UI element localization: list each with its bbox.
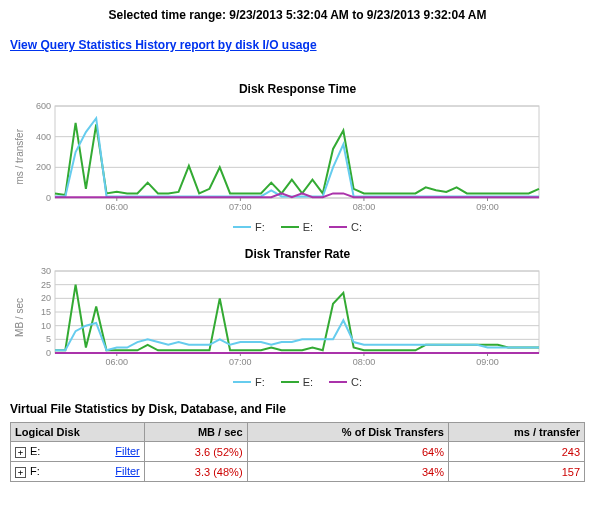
disk-name: E: [30,445,40,457]
expand-icon[interactable]: + [15,467,26,478]
svg-rect-0 [55,106,539,198]
legend-item: F: [233,376,265,388]
svg-text:08:00: 08:00 [353,202,376,212]
svg-text:10: 10 [41,321,51,331]
history-report-link[interactable]: View Query Statistics History report by … [10,38,317,52]
cell-ms: 243 [448,442,584,462]
svg-text:600: 600 [36,102,51,111]
chart-title: Disk Response Time [10,82,585,96]
svg-text:0: 0 [46,193,51,203]
svg-text:07:00: 07:00 [229,357,252,367]
svg-text:06:00: 06:00 [106,202,129,212]
svg-text:5: 5 [46,334,51,344]
file-stats-table: Logical Disk MB / sec % of Disk Transfer… [10,422,585,482]
chart-legend: F:E:C: [10,373,585,388]
legend-item: E: [281,376,313,388]
svg-text:20: 20 [41,293,51,303]
cell-mb: 3.6 (52%) [144,442,247,462]
disk-name: F: [30,465,40,477]
svg-text:06:00: 06:00 [106,357,129,367]
y-axis-label: MB / sec [10,298,25,337]
cell-mb: 3.3 (48%) [144,462,247,482]
legend-item: C: [329,221,362,233]
col-mb-sec: MB / sec [144,423,247,442]
chart-legend: F:E:C: [10,218,585,233]
svg-text:07:00: 07:00 [229,202,252,212]
table-row: +E:Filter3.6 (52%)64%243 [11,442,585,462]
expand-icon[interactable]: + [15,447,26,458]
table-section-title: Virtual File Statistics by Disk, Databas… [10,402,585,416]
chart-svg: 020040060006:0007:0008:0009:00 [25,102,545,212]
cell-pct: 34% [247,462,448,482]
chart-1: Disk Transfer RateMB / sec05101520253006… [10,247,585,388]
chart-0: Disk Response Timems / transfer020040060… [10,82,585,233]
table-row: +F:Filter3.3 (48%)34%157 [11,462,585,482]
legend-item: F: [233,221,265,233]
svg-text:30: 30 [41,267,51,276]
legend-item: E: [281,221,313,233]
svg-text:25: 25 [41,280,51,290]
time-range-header: Selected time range: 9/23/2013 5:32:04 A… [10,8,585,22]
svg-text:08:00: 08:00 [353,357,376,367]
svg-text:09:00: 09:00 [476,202,499,212]
svg-text:0: 0 [46,348,51,358]
cell-ms: 157 [448,462,584,482]
svg-text:400: 400 [36,132,51,142]
filter-link[interactable]: Filter [115,445,139,457]
cell-pct: 64% [247,442,448,462]
legend-item: C: [329,376,362,388]
filter-link[interactable]: Filter [115,465,139,477]
svg-text:200: 200 [36,162,51,172]
svg-text:09:00: 09:00 [476,357,499,367]
svg-text:15: 15 [41,307,51,317]
chart-svg: 05101520253006:0007:0008:0009:00 [25,267,545,367]
chart-title: Disk Transfer Rate [10,247,585,261]
col-pct-transfers: % of Disk Transfers [247,423,448,442]
col-logical-disk: Logical Disk [11,423,145,442]
col-ms-transfer: ms / transfer [448,423,584,442]
y-axis-label: ms / transfer [10,129,25,185]
